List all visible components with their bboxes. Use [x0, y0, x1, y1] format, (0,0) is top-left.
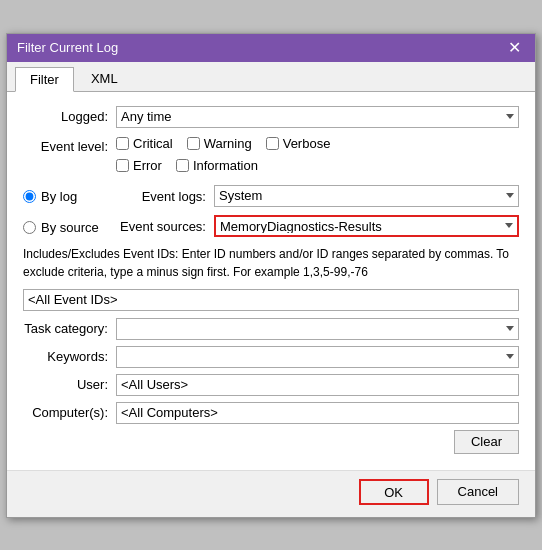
- task-category-control: [116, 318, 519, 340]
- event-level-checkboxes: Critical Warning Verbose: [116, 136, 519, 177]
- logged-control-wrap: Any time Last hour Last 12 hours Last 24…: [116, 106, 519, 128]
- checkbox-warning[interactable]: Warning: [187, 136, 252, 151]
- event-logs-row: Event logs: System: [116, 185, 519, 207]
- checkboxes-row-2: Error Information: [116, 158, 519, 173]
- cb-warning-label: Warning: [204, 136, 252, 151]
- cb-warning[interactable]: [187, 137, 200, 150]
- event-sources-select[interactable]: MemoryDiagnostics-Results: [214, 215, 519, 237]
- checkbox-error[interactable]: Error: [116, 158, 162, 173]
- tab-filter[interactable]: Filter: [15, 67, 74, 92]
- cb-verbose-label: Verbose: [283, 136, 331, 151]
- by-log-radio[interactable]: [23, 190, 36, 203]
- checkbox-verbose[interactable]: Verbose: [266, 136, 331, 151]
- clear-button[interactable]: Clear: [454, 430, 519, 454]
- event-sources-select-wrap: MemoryDiagnostics-Results: [214, 215, 519, 237]
- keywords-label: Keywords:: [23, 346, 108, 364]
- cb-critical-label: Critical: [133, 136, 173, 151]
- event-logs-label: Event logs:: [116, 187, 206, 204]
- checkboxes-section: Critical Warning Verbose: [116, 136, 519, 177]
- action-buttons: OK Cancel: [7, 470, 535, 517]
- by-log-radio-label[interactable]: By log: [23, 187, 108, 204]
- cb-information[interactable]: [176, 159, 189, 172]
- cb-error[interactable]: [116, 159, 129, 172]
- radio-section: By log By source: [23, 185, 108, 235]
- description-text: Includes/Excludes Event IDs: Enter ID nu…: [23, 245, 519, 281]
- by-source-radio-label[interactable]: By source: [23, 218, 108, 235]
- event-sources-label: Event sources:: [116, 217, 206, 234]
- log-source-controls: Event logs: System Event sources: Memory…: [116, 185, 519, 237]
- event-logs-select[interactable]: System: [214, 185, 519, 207]
- tab-xml[interactable]: XML: [76, 66, 133, 91]
- log-source-section: By log By source Event logs: System: [23, 185, 519, 237]
- filter-log-dialog: Filter Current Log ✕ Filter XML Logged: …: [6, 33, 536, 518]
- computer-label: Computer(s):: [23, 402, 108, 420]
- event-level-row: Event level: Critical Warning: [23, 136, 519, 177]
- task-category-row: Task category:: [23, 318, 519, 340]
- computer-input[interactable]: [116, 402, 519, 424]
- checkboxes-row-1: Critical Warning Verbose: [116, 136, 519, 151]
- keywords-row: Keywords:: [23, 346, 519, 368]
- task-category-select[interactable]: [116, 318, 519, 340]
- computer-row: Computer(s):: [23, 402, 519, 424]
- user-row: User:: [23, 374, 519, 396]
- cb-information-label: Information: [193, 158, 258, 173]
- cb-error-label: Error: [133, 158, 162, 173]
- tab-bar: Filter XML: [7, 62, 535, 92]
- keywords-control: [116, 346, 519, 368]
- cb-critical[interactable]: [116, 137, 129, 150]
- computer-control: [116, 402, 519, 424]
- user-label: User:: [23, 374, 108, 392]
- logged-select-wrap: Any time Last hour Last 12 hours Last 24…: [116, 106, 519, 128]
- ok-button[interactable]: OK: [359, 479, 429, 505]
- logged-row: Logged: Any time Last hour Last 12 hours…: [23, 106, 519, 128]
- checkbox-critical[interactable]: Critical: [116, 136, 173, 151]
- title-bar: Filter Current Log ✕: [7, 34, 535, 62]
- event-ids-row: [23, 289, 519, 311]
- clear-row: Clear: [23, 430, 519, 454]
- logged-label: Logged:: [23, 106, 108, 124]
- close-button[interactable]: ✕: [504, 40, 525, 56]
- keywords-select[interactable]: [116, 346, 519, 368]
- event-logs-select-wrap: System: [214, 185, 519, 207]
- tab-content: Logged: Any time Last hour Last 12 hours…: [7, 92, 535, 470]
- checkbox-information[interactable]: Information: [176, 158, 258, 173]
- logged-select[interactable]: Any time Last hour Last 12 hours Last 24…: [116, 106, 519, 128]
- event-sources-row: Event sources: MemoryDiagnostics-Results: [116, 215, 519, 237]
- by-log-label: By log: [41, 189, 77, 204]
- user-control: [116, 374, 519, 396]
- cb-verbose[interactable]: [266, 137, 279, 150]
- cancel-button[interactable]: Cancel: [437, 479, 519, 505]
- task-category-label: Task category:: [23, 318, 108, 336]
- dialog-title: Filter Current Log: [17, 40, 118, 55]
- event-ids-input[interactable]: [23, 289, 519, 311]
- by-source-label: By source: [41, 220, 99, 235]
- event-level-label: Event level:: [23, 136, 108, 154]
- by-source-radio[interactable]: [23, 221, 36, 234]
- user-input[interactable]: [116, 374, 519, 396]
